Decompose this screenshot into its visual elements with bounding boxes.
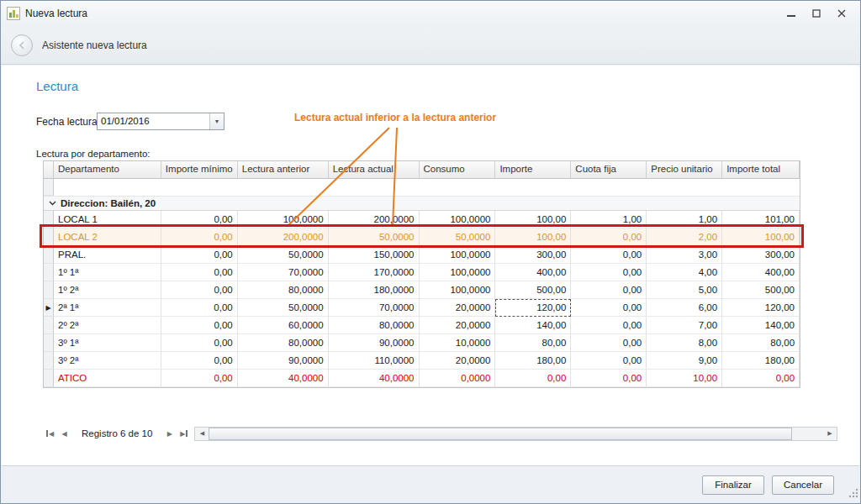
cell[interactable]: 0,00 bbox=[571, 228, 647, 246]
cell[interactable]: 100,0000 bbox=[420, 281, 496, 299]
cell[interactable]: 0,00 bbox=[571, 334, 647, 352]
cell[interactable]: 80,00 bbox=[495, 334, 571, 352]
cell[interactable]: 40,0000 bbox=[238, 370, 329, 387]
horizontal-scrollbar[interactable]: ◀ ▶ bbox=[194, 427, 837, 441]
cell[interactable]: 0,0000 bbox=[420, 370, 496, 387]
cell[interactable]: 0,00 bbox=[571, 352, 647, 370]
cell[interactable]: 0,00 bbox=[161, 246, 238, 264]
cell[interactable]: 80,00 bbox=[722, 334, 800, 352]
column-header-9[interactable]: Importe total bbox=[722, 161, 800, 179]
table-row[interactable]: ▶2ª 1ª0,0050,000070,000020,0000120,000,0… bbox=[44, 299, 800, 317]
cell[interactable]: 140,00 bbox=[722, 317, 800, 334]
cell[interactable]: 20,0000 bbox=[420, 299, 496, 317]
cancelar-button[interactable]: Cancelar bbox=[772, 475, 834, 495]
cell[interactable]: 0,00 bbox=[571, 317, 647, 334]
cell[interactable]: 101,00 bbox=[722, 211, 800, 228]
column-header-2[interactable]: Importe mínimo bbox=[161, 161, 238, 179]
cell[interactable]: 9,00 bbox=[647, 352, 722, 370]
cell[interactable]: 40,0000 bbox=[329, 370, 420, 387]
cell[interactable]: 200,0000 bbox=[329, 211, 420, 228]
cell[interactable]: 50,0000 bbox=[238, 299, 329, 317]
column-header-4[interactable]: Lectura actual bbox=[329, 161, 420, 179]
cell[interactable]: 2,00 bbox=[647, 228, 722, 246]
grid-group-row[interactable]: Direccion: Bailén, 20 bbox=[44, 197, 800, 211]
cell[interactable]: 6,00 bbox=[647, 299, 722, 317]
cell[interactable]: 3,00 bbox=[647, 246, 722, 264]
cell[interactable]: 10,0000 bbox=[420, 334, 496, 352]
cell[interactable]: 1º 1ª bbox=[54, 264, 161, 281]
cell[interactable]: 0,00 bbox=[161, 317, 238, 334]
cell[interactable]: ATICO bbox=[54, 370, 161, 387]
cell[interactable]: 100,00 bbox=[495, 228, 571, 246]
cell[interactable]: 500,00 bbox=[722, 281, 800, 299]
table-row[interactable]: 2º 2ª0,0060,000080,000020,0000140,000,00… bbox=[44, 317, 800, 334]
cell[interactable]: 200,0000 bbox=[238, 228, 329, 246]
cell[interactable]: 60,0000 bbox=[238, 317, 329, 334]
collapse-chevron-icon[interactable] bbox=[49, 201, 56, 206]
cell[interactable]: 100,0000 bbox=[238, 211, 329, 228]
cell[interactable]: 50,0000 bbox=[238, 246, 329, 264]
scrollbar-thumb[interactable] bbox=[209, 428, 792, 440]
cell[interactable]: 80,0000 bbox=[238, 334, 329, 352]
maximize-button[interactable] bbox=[804, 4, 829, 23]
column-header-3[interactable]: Lectura anterior bbox=[238, 161, 329, 179]
cell[interactable]: 50,0000 bbox=[420, 228, 496, 246]
cell[interactable]: 100,00 bbox=[722, 228, 800, 246]
column-header-5[interactable]: Consumo bbox=[420, 161, 496, 179]
cell[interactable]: LOCAL 2 bbox=[54, 228, 161, 246]
scroll-left-icon[interactable]: ◀ bbox=[195, 428, 209, 440]
table-row[interactable]: 3º 1ª0,0080,000090,000010,000080,000,008… bbox=[44, 334, 800, 352]
cell[interactable]: 90,0000 bbox=[238, 352, 329, 370]
cell[interactable]: 7,00 bbox=[647, 317, 722, 334]
cell[interactable]: 8,00 bbox=[647, 334, 722, 352]
cell[interactable]: 110,0000 bbox=[329, 352, 420, 370]
cell[interactable]: 20,0000 bbox=[420, 352, 496, 370]
cell[interactable]: 100,0000 bbox=[420, 264, 496, 281]
first-record-button[interactable]: ◀ bbox=[43, 427, 57, 440]
cell[interactable]: 400,00 bbox=[722, 264, 800, 281]
table-row[interactable]: ATICO0,0040,000040,00000,00000,000,0010,… bbox=[44, 370, 800, 387]
column-header-6[interactable]: Importe bbox=[495, 161, 571, 179]
cell[interactable]: 2ª 1ª bbox=[54, 299, 161, 317]
cell[interactable]: 50,0000 bbox=[329, 228, 420, 246]
cell[interactable]: 0,00 bbox=[161, 264, 238, 281]
close-button[interactable] bbox=[829, 4, 854, 23]
resize-grip[interactable] bbox=[848, 486, 858, 501]
table-row[interactable]: 1º 1ª0,0070,0000170,0000100,0000400,000,… bbox=[44, 264, 800, 281]
cell[interactable]: 120,00 bbox=[495, 299, 571, 317]
table-row[interactable]: 3º 2ª0,0090,0000110,000020,0000180,000,0… bbox=[44, 352, 800, 370]
table-row[interactable]: 1º 2ª0,0080,0000180,0000100,0000500,000,… bbox=[44, 281, 800, 299]
cell[interactable]: 0,00 bbox=[571, 299, 647, 317]
cell[interactable]: 170,0000 bbox=[329, 264, 420, 281]
cell[interactable]: 3º 2ª bbox=[54, 352, 161, 370]
cell[interactable]: 0,00 bbox=[161, 228, 238, 246]
next-record-button[interactable]: ▶ bbox=[162, 427, 177, 440]
cell[interactable]: 100,0000 bbox=[420, 211, 496, 228]
cell[interactable]: 5,00 bbox=[647, 281, 722, 299]
cell[interactable]: 0,00 bbox=[161, 370, 238, 387]
cell[interactable]: 0,00 bbox=[161, 281, 238, 299]
cell[interactable]: 1,00 bbox=[571, 211, 647, 228]
cell[interactable]: 0,00 bbox=[495, 370, 571, 387]
cell[interactable]: 0,00 bbox=[161, 334, 238, 352]
cell[interactable]: 0,00 bbox=[722, 370, 800, 387]
table-row[interactable]: LOCAL 10,00100,0000200,0000100,0000100,0… bbox=[44, 211, 800, 228]
chevron-down-icon[interactable]: ▼ bbox=[209, 113, 224, 129]
last-record-button[interactable]: ▶ bbox=[177, 427, 191, 440]
wizard-back-icon[interactable] bbox=[11, 34, 33, 56]
cell[interactable]: 300,00 bbox=[495, 246, 571, 264]
fecha-lectura-value[interactable]: 01/01/2016 bbox=[98, 113, 209, 129]
cell[interactable]: 20,0000 bbox=[420, 317, 496, 334]
column-header-1[interactable]: Departamento bbox=[54, 161, 161, 179]
cell[interactable]: 120,00 bbox=[722, 299, 800, 317]
column-header-8[interactable]: Precio unitario bbox=[647, 161, 722, 179]
cell[interactable]: 400,00 bbox=[495, 264, 571, 281]
cell[interactable]: 500,00 bbox=[495, 281, 571, 299]
cell[interactable]: 100,0000 bbox=[420, 246, 496, 264]
fecha-lectura-input[interactable]: 01/01/2016 ▼ bbox=[97, 113, 224, 130]
cell[interactable]: 180,00 bbox=[722, 352, 800, 370]
table-row[interactable]: PRAL.0,0050,0000150,0000100,0000300,000,… bbox=[44, 246, 800, 264]
cell[interactable]: 180,00 bbox=[495, 352, 571, 370]
finalizar-button[interactable]: Finalizar bbox=[702, 475, 764, 495]
cell[interactable]: 100,00 bbox=[495, 211, 571, 228]
